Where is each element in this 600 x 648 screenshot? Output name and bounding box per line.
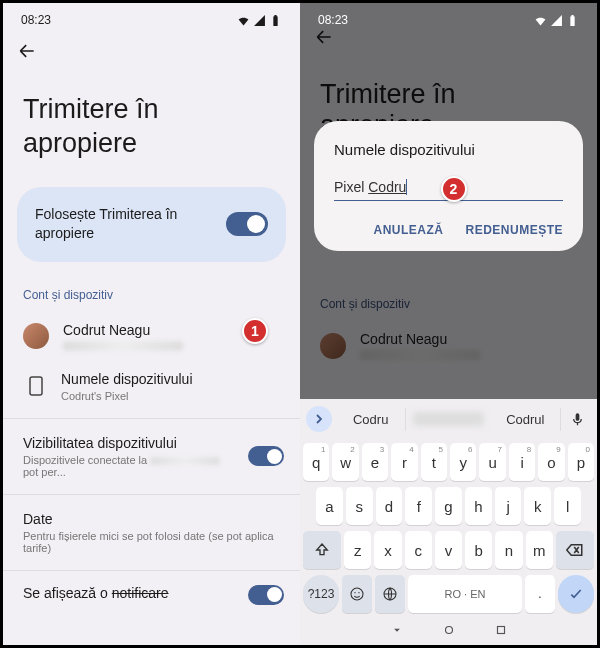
rename-button[interactable]: REDENUMEȘTE (465, 223, 563, 237)
status-bar: 08:23 (3, 3, 300, 33)
backspace-icon (566, 543, 584, 557)
device-name-value: Codrut's Pixel (61, 390, 280, 402)
notification-item[interactable]: Se afișează o notificare (3, 577, 300, 613)
arrow-left-icon (17, 41, 37, 61)
svg-point-3 (358, 592, 359, 593)
key-n[interactable]: n (495, 531, 522, 569)
key-j[interactable]: j (495, 487, 522, 525)
enter-key[interactable] (558, 575, 594, 613)
key-h[interactable]: h (465, 487, 492, 525)
battery-icon (269, 14, 282, 27)
language-key[interactable] (375, 575, 405, 613)
signal-icon (550, 14, 563, 27)
annotation-badge-1: 1 (242, 318, 268, 344)
status-time: 08:23 (318, 13, 348, 27)
cancel-button[interactable]: ANULEAZĂ (373, 223, 443, 237)
nav-hide-keyboard[interactable] (390, 623, 404, 637)
key-c[interactable]: c (405, 531, 432, 569)
device-name-item[interactable]: Numele dispozitivului Codrut's Pixel (3, 361, 300, 412)
visibility-item[interactable]: Vizibilitatea dispozitivului Dispozitive… (3, 425, 300, 488)
svg-point-1 (351, 588, 363, 600)
backspace-key[interactable] (556, 531, 594, 569)
data-title: Date (23, 511, 280, 527)
shift-key[interactable] (303, 531, 341, 569)
master-toggle-card[interactable]: Folosește Trimiterea în apropiere (17, 187, 286, 262)
key-y[interactable]: y6 (450, 443, 476, 481)
key-a[interactable]: a (316, 487, 343, 525)
key-d[interactable]: d (376, 487, 403, 525)
account-item[interactable]: Codrut Neagu 1 (3, 312, 300, 361)
nav-recent[interactable] (494, 623, 508, 637)
keyboard: Codru Codrul q1w2e3r4t5y6u7i8o9p0 asdfgh… (300, 399, 597, 645)
svg-rect-6 (497, 627, 504, 634)
symbols-key[interactable]: ?123 (303, 575, 339, 613)
key-f[interactable]: f (405, 487, 432, 525)
chevron-right-icon (314, 414, 324, 424)
page-title: Trimitere în apropiere (3, 69, 300, 187)
key-row-3: zxcvbnm (303, 531, 594, 569)
key-z[interactable]: z (344, 531, 371, 569)
key-q[interactable]: q1 (303, 443, 329, 481)
key-s[interactable]: s (346, 487, 373, 525)
wifi-icon (237, 14, 250, 27)
divider (3, 418, 300, 419)
signal-icon (253, 14, 266, 27)
text-cursor (406, 179, 407, 195)
key-b[interactable]: b (465, 531, 492, 569)
divider (3, 570, 300, 571)
nav-home[interactable] (442, 623, 456, 637)
key-p[interactable]: p0 (568, 443, 594, 481)
device-name-label: Numele dispozitivului (61, 371, 280, 387)
dialog-screen: Trimitere înapropiere Cont și dispozitiv… (300, 3, 597, 645)
key-e[interactable]: e3 (362, 443, 388, 481)
notif-toggle[interactable] (248, 585, 284, 605)
key-l[interactable]: l (554, 487, 581, 525)
divider (3, 494, 300, 495)
visibility-sub: Dispozitivele conectate la pot per... (23, 454, 234, 478)
visibility-title: Vizibilitatea dispozitivului (23, 435, 234, 451)
key-t[interactable]: t5 (421, 443, 447, 481)
key-o[interactable]: o9 (538, 443, 564, 481)
status-icons (534, 14, 579, 27)
dialog-title: Numele dispozitivului (334, 141, 563, 158)
suggestion-3[interactable]: Codrul (491, 408, 561, 431)
visibility-toggle[interactable] (248, 446, 284, 466)
key-r[interactable]: r4 (391, 443, 417, 481)
key-g[interactable]: g (435, 487, 462, 525)
suggestion-bar: Codru Codrul (300, 399, 597, 439)
suggestion-1[interactable]: Codru (336, 408, 406, 431)
key-u[interactable]: u7 (479, 443, 505, 481)
key-row-1: q1w2e3r4t5y6u7i8o9p0 (303, 443, 594, 481)
microphone-icon (570, 412, 585, 427)
nav-bar (300, 613, 597, 640)
key-k[interactable]: k (524, 487, 551, 525)
settings-screen: 08:23 Trimitere în apropiere Folosește T… (3, 3, 300, 645)
suggestion-2-redacted[interactable] (413, 412, 483, 426)
period-key[interactable]: . (525, 575, 555, 613)
wifi-icon (534, 14, 547, 27)
globe-icon (382, 586, 398, 602)
status-bar: 08:23 (300, 3, 597, 33)
master-toggle-switch[interactable] (226, 212, 268, 236)
back-button[interactable] (3, 33, 300, 69)
emoji-key[interactable] (342, 575, 372, 613)
status-time: 08:23 (21, 13, 51, 27)
key-m[interactable]: m (526, 531, 553, 569)
shift-icon (314, 542, 330, 558)
key-row-bottom: ?123 RO · EN . (300, 575, 597, 613)
svg-rect-0 (30, 377, 42, 395)
device-name-input[interactable]: Pixel Codru 2 (334, 178, 563, 201)
phone-icon (25, 375, 47, 397)
emoji-icon (349, 586, 365, 602)
key-i[interactable]: i8 (509, 443, 535, 481)
data-item[interactable]: Date Pentru fișierele mici se pot folosi… (3, 501, 300, 564)
expand-suggestions-button[interactable] (306, 406, 332, 432)
section-label: Cont și dispozitiv (3, 262, 300, 312)
space-key[interactable]: RO · EN (408, 575, 522, 613)
battery-icon (566, 14, 579, 27)
key-v[interactable]: v (435, 531, 462, 569)
key-w[interactable]: w2 (332, 443, 358, 481)
voice-input-button[interactable] (565, 412, 591, 427)
key-x[interactable]: x (374, 531, 401, 569)
svg-point-5 (445, 627, 452, 634)
